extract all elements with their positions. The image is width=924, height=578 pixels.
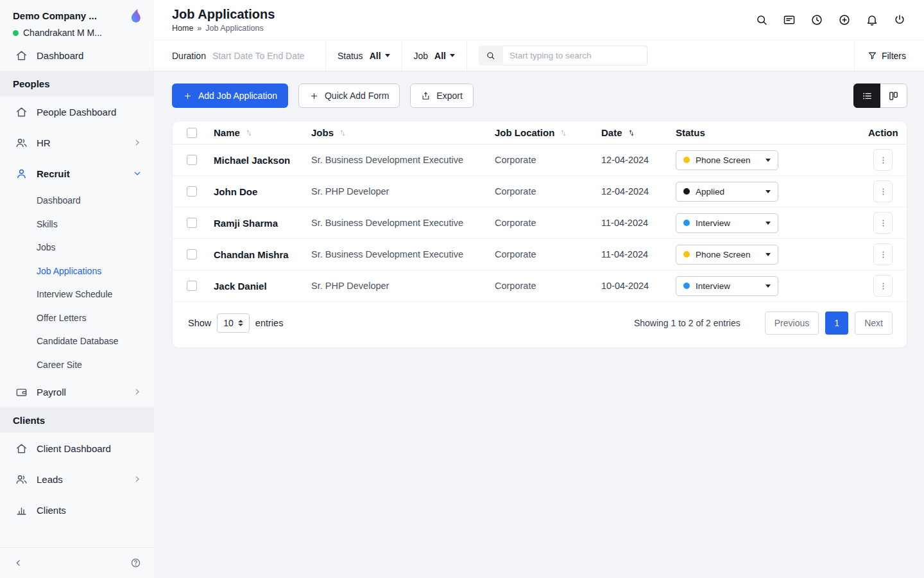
kanban-view-button[interactable] <box>880 83 907 108</box>
job-filter-value: All <box>434 51 446 61</box>
next-page-button[interactable]: Next <box>855 311 893 335</box>
sidebar-item-recruit[interactable]: Recruit <box>0 158 154 189</box>
column-header-date[interactable]: Date <box>594 121 668 144</box>
quick-add-form-button[interactable]: Quick Add Form <box>298 83 400 108</box>
sidebar-item-hr[interactable]: HR <box>0 127 154 158</box>
search-icon[interactable] <box>755 13 768 26</box>
row-actions-button[interactable] <box>873 180 893 202</box>
status-dot <box>683 220 690 226</box>
search-input[interactable] <box>503 46 647 66</box>
status-dropdown[interactable]: Phone Screen <box>676 150 778 170</box>
sidebar-subitem-label: Job Applications <box>37 266 101 276</box>
sort-icon-active[interactable] <box>627 128 636 137</box>
status-dropdown[interactable]: Applied <box>676 182 778 202</box>
chevron-right-icon <box>132 474 142 484</box>
row-checkbox[interactable] <box>187 218 197 228</box>
sidebar-item-leads[interactable]: Leads <box>0 464 154 495</box>
actions-toolbar: Add Job Application Quick Add Form Expor… <box>172 83 907 108</box>
history-icon[interactable] <box>810 13 823 26</box>
job-filter-dropdown[interactable]: All <box>434 51 455 61</box>
column-header-job-location[interactable]: Job Location <box>487 121 594 144</box>
column-header-jobs[interactable]: Jobs <box>304 121 487 144</box>
sidebar-subitem-label: Offer Letters <box>37 313 87 323</box>
sidebar: Demo Company ... Chandrakant M M... Dash… <box>0 0 154 578</box>
sidebar-item-label: Leads <box>37 474 63 485</box>
power-icon[interactable] <box>893 13 906 26</box>
add-job-application-button[interactable]: Add Job Application <box>172 83 288 108</box>
page-heading: Job Applications Home » Job Applications <box>172 7 275 33</box>
row-actions-button[interactable] <box>873 149 893 171</box>
sidebar-subitem-interview-schedule[interactable]: Interview Schedule <box>0 283 154 306</box>
sidebar-item-dashboard[interactable]: Dashboard <box>0 40 154 71</box>
select-all-checkbox[interactable] <box>187 128 197 138</box>
status-label: Interview <box>696 218 760 228</box>
row-checkbox[interactable] <box>187 281 197 291</box>
home-icon <box>15 106 28 118</box>
export-icon <box>421 91 431 101</box>
row-checkbox[interactable] <box>187 155 197 165</box>
applicant-name[interactable]: Jack Daniel <box>206 270 304 302</box>
sidebar-item-client-dashboard[interactable]: Client Dashboard <box>0 433 154 464</box>
sidebar-item-payroll[interactable]: Payroll <box>0 376 154 407</box>
sidebar-subitem-skills[interactable]: Skills <box>0 213 154 236</box>
row-actions-button[interactable] <box>873 243 893 265</box>
messages-icon[interactable] <box>783 13 796 26</box>
column-label: Status <box>676 127 705 138</box>
sidebar-subitem-career-site[interactable]: Career Site <box>0 353 154 377</box>
status-dropdown[interactable]: Phone Screen <box>676 245 778 265</box>
status-dropdown[interactable]: Interview <box>676 276 778 296</box>
current-page-button[interactable]: 1 <box>825 311 848 335</box>
export-button[interactable]: Export <box>410 83 473 108</box>
add-new-icon[interactable] <box>838 13 851 26</box>
previous-page-button[interactable]: Previous <box>765 311 819 335</box>
sidebar-item-label: Client Dashboard <box>37 443 111 454</box>
notifications-icon[interactable] <box>866 13 878 26</box>
help-icon[interactable] <box>130 557 141 568</box>
duration-input[interactable] <box>212 51 314 61</box>
status-dropdown[interactable]: Interview <box>676 213 778 233</box>
page-size-select[interactable]: 10 <box>217 313 250 333</box>
applicant-name[interactable]: Chandan Mishra <box>206 239 304 270</box>
sidebar-item-clients[interactable]: Clients <box>0 495 154 525</box>
row-actions-button[interactable] <box>873 212 893 234</box>
breadcrumb-separator: » <box>197 24 201 33</box>
pagination-summary: Showing 1 to 2 of 2 entries <box>634 318 740 328</box>
sidebar-subitem-jobs[interactable]: Jobs <box>0 236 154 259</box>
recruit-submenu: Dashboard Skills Jobs Job Applications I… <box>0 189 154 376</box>
filters-button[interactable]: Filters <box>854 40 924 71</box>
current-user[interactable]: Chandrakant M M... <box>13 28 145 38</box>
company-logo-icon <box>126 6 145 25</box>
dots-vertical-icon <box>878 155 888 165</box>
quick-add-button-label: Quick Add Form <box>325 91 389 101</box>
export-button-label: Export <box>436 91 462 101</box>
sidebar-item-people-dashboard[interactable]: People Dashboard <box>0 96 154 127</box>
applicant-name[interactable]: John Doe <box>206 176 304 207</box>
search-submit-button[interactable] <box>479 46 503 66</box>
collapse-sidebar-icon[interactable] <box>13 557 24 568</box>
sidebar-subitem-offer-letters[interactable]: Offer Letters <box>0 306 154 330</box>
spinner-arrows-icon <box>238 320 243 326</box>
sidebar-subitem-job-applications[interactable]: Job Applications <box>0 259 154 283</box>
sidebar-subitem-candidate-database[interactable]: Candidate Database <box>0 329 154 353</box>
table-row: Ramji Sharma Sr. Business Development Ex… <box>173 207 907 239</box>
sort-icon[interactable] <box>338 128 347 137</box>
sort-icon[interactable] <box>244 128 253 137</box>
list-view-button[interactable] <box>853 83 880 108</box>
status-filter-value: All <box>370 51 381 61</box>
sort-icon[interactable] <box>559 128 568 137</box>
breadcrumb-home-link[interactable]: Home <box>172 24 193 33</box>
applicant-name[interactable]: Michael Jackson <box>206 144 304 176</box>
table-row: Michael Jackson Sr. Business Development… <box>173 144 907 176</box>
column-header-status[interactable]: Status <box>668 121 860 144</box>
breadcrumb: Home » Job Applications <box>172 24 275 33</box>
column-header-name[interactable]: Name <box>206 121 304 144</box>
applicant-job: Sr. PHP Developer <box>304 176 487 207</box>
entries-label: entries <box>255 318 284 328</box>
row-checkbox[interactable] <box>187 249 197 259</box>
caret-down-icon <box>766 222 771 225</box>
row-actions-button[interactable] <box>873 275 893 297</box>
sidebar-subitem-dashboard[interactable]: Dashboard <box>0 189 154 213</box>
row-checkbox[interactable] <box>187 186 197 197</box>
applicant-name[interactable]: Ramji Sharma <box>206 207 304 239</box>
status-filter-dropdown[interactable]: All <box>370 51 390 61</box>
